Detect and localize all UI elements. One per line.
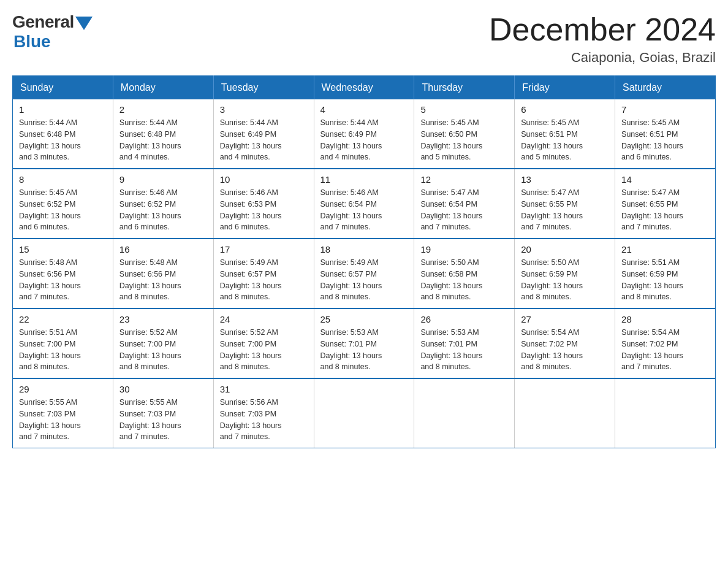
day-info: Sunrise: 5:50 AM Sunset: 6:58 PM Dayligh…: [420, 257, 508, 303]
day-info: Sunrise: 5:45 AM Sunset: 6:52 PM Dayligh…: [19, 187, 107, 233]
header-wednesday: Wednesday: [314, 76, 414, 100]
day-info: Sunrise: 5:48 AM Sunset: 6:56 PM Dayligh…: [119, 257, 207, 303]
logo: General Blue: [12, 12, 93, 52]
day-number: 6: [521, 104, 609, 115]
day-number: 16: [119, 244, 207, 255]
day-cell: 3 Sunrise: 5:44 AM Sunset: 6:49 PM Dayli…: [213, 99, 314, 169]
day-number: 13: [521, 174, 609, 185]
day-number: 28: [621, 314, 709, 324]
day-cell: 5 Sunrise: 5:45 AM Sunset: 6:50 PM Dayli…: [414, 99, 515, 169]
day-cell: 12 Sunrise: 5:47 AM Sunset: 6:54 PM Dayl…: [414, 169, 515, 239]
calendar-title: December 2024: [489, 12, 716, 47]
day-info: Sunrise: 5:45 AM Sunset: 6:51 PM Dayligh…: [621, 117, 709, 163]
day-cell: 27 Sunrise: 5:54 AM Sunset: 7:02 PM Dayl…: [515, 308, 615, 378]
day-number: 11: [320, 174, 408, 185]
calendar-location: Caiaponia, Goias, Brazil: [489, 50, 716, 66]
day-info: Sunrise: 5:54 AM Sunset: 7:02 PM Dayligh…: [521, 327, 609, 373]
day-cell: 13 Sunrise: 5:47 AM Sunset: 6:55 PM Dayl…: [515, 169, 615, 239]
day-cell: [615, 378, 716, 448]
day-cell: 30 Sunrise: 5:55 AM Sunset: 7:03 PM Dayl…: [113, 378, 213, 448]
day-number: 31: [220, 384, 308, 394]
day-info: Sunrise: 5:44 AM Sunset: 6:49 PM Dayligh…: [320, 117, 408, 163]
day-number: 25: [320, 314, 408, 324]
day-number: 29: [19, 384, 107, 394]
day-cell: 25 Sunrise: 5:53 AM Sunset: 7:01 PM Dayl…: [314, 308, 414, 378]
day-cell: 24 Sunrise: 5:52 AM Sunset: 7:00 PM Dayl…: [213, 308, 314, 378]
day-cell: 23 Sunrise: 5:52 AM Sunset: 7:00 PM Dayl…: [113, 308, 213, 378]
header-tuesday: Tuesday: [213, 76, 314, 100]
day-cell: 1 Sunrise: 5:44 AM Sunset: 6:48 PM Dayli…: [13, 99, 113, 169]
day-cell: 7 Sunrise: 5:45 AM Sunset: 6:51 PM Dayli…: [615, 99, 716, 169]
day-cell: 18 Sunrise: 5:49 AM Sunset: 6:57 PM Dayl…: [314, 239, 414, 308]
day-info: Sunrise: 5:53 AM Sunset: 7:01 PM Dayligh…: [420, 327, 508, 373]
day-cell: 15 Sunrise: 5:48 AM Sunset: 6:56 PM Dayl…: [13, 239, 113, 308]
day-info: Sunrise: 5:44 AM Sunset: 6:48 PM Dayligh…: [119, 117, 207, 163]
day-info: Sunrise: 5:45 AM Sunset: 6:51 PM Dayligh…: [521, 117, 609, 163]
day-cell: [414, 378, 515, 448]
day-cell: 19 Sunrise: 5:50 AM Sunset: 6:58 PM Dayl…: [414, 239, 515, 308]
day-number: 27: [521, 314, 609, 324]
day-number: 24: [220, 314, 308, 324]
logo-top: General: [12, 12, 93, 32]
day-info: Sunrise: 5:51 AM Sunset: 7:00 PM Dayligh…: [19, 327, 107, 373]
day-number: 23: [119, 314, 207, 324]
day-number: 1: [19, 104, 107, 115]
day-cell: 28 Sunrise: 5:54 AM Sunset: 7:02 PM Dayl…: [615, 308, 716, 378]
day-cell: 11 Sunrise: 5:46 AM Sunset: 6:54 PM Dayl…: [314, 169, 414, 239]
day-cell: 26 Sunrise: 5:53 AM Sunset: 7:01 PM Dayl…: [414, 308, 515, 378]
day-info: Sunrise: 5:46 AM Sunset: 6:53 PM Dayligh…: [220, 187, 308, 233]
day-info: Sunrise: 5:49 AM Sunset: 6:57 PM Dayligh…: [220, 257, 308, 303]
day-number: 21: [621, 244, 709, 255]
header-saturday: Saturday: [615, 76, 716, 100]
week-row-4: 22 Sunrise: 5:51 AM Sunset: 7:00 PM Dayl…: [13, 308, 716, 378]
day-cell: 14 Sunrise: 5:47 AM Sunset: 6:55 PM Dayl…: [615, 169, 716, 239]
day-info: Sunrise: 5:44 AM Sunset: 6:48 PM Dayligh…: [19, 117, 107, 163]
day-cell: [515, 378, 615, 448]
day-cell: 8 Sunrise: 5:45 AM Sunset: 6:52 PM Dayli…: [13, 169, 113, 239]
day-number: 17: [220, 244, 308, 255]
day-cell: 22 Sunrise: 5:51 AM Sunset: 7:00 PM Dayl…: [13, 308, 113, 378]
title-area: December 2024 Caiaponia, Goias, Brazil: [489, 12, 716, 66]
day-number: 15: [19, 244, 107, 255]
day-number: 2: [119, 104, 207, 115]
page-header: General Blue December 2024 Caiaponia, Go…: [12, 12, 716, 66]
day-info: Sunrise: 5:44 AM Sunset: 6:49 PM Dayligh…: [220, 117, 308, 163]
day-info: Sunrise: 5:46 AM Sunset: 6:54 PM Dayligh…: [320, 187, 408, 233]
day-cell: 21 Sunrise: 5:51 AM Sunset: 6:59 PM Dayl…: [615, 239, 716, 308]
header-monday: Monday: [113, 76, 213, 100]
day-info: Sunrise: 5:55 AM Sunset: 7:03 PM Dayligh…: [119, 397, 207, 443]
day-cell: 16 Sunrise: 5:48 AM Sunset: 6:56 PM Dayl…: [113, 239, 213, 308]
week-row-5: 29 Sunrise: 5:55 AM Sunset: 7:03 PM Dayl…: [13, 378, 716, 448]
day-cell: [314, 378, 414, 448]
day-cell: 20 Sunrise: 5:50 AM Sunset: 6:59 PM Dayl…: [515, 239, 615, 308]
day-number: 26: [420, 314, 508, 324]
header-sunday: Sunday: [13, 76, 113, 100]
day-info: Sunrise: 5:47 AM Sunset: 6:55 PM Dayligh…: [621, 187, 709, 233]
day-cell: 17 Sunrise: 5:49 AM Sunset: 6:57 PM Dayl…: [213, 239, 314, 308]
day-info: Sunrise: 5:53 AM Sunset: 7:01 PM Dayligh…: [320, 327, 408, 373]
day-info: Sunrise: 5:47 AM Sunset: 6:55 PM Dayligh…: [521, 187, 609, 233]
day-info: Sunrise: 5:54 AM Sunset: 7:02 PM Dayligh…: [621, 327, 709, 373]
day-cell: 4 Sunrise: 5:44 AM Sunset: 6:49 PM Dayli…: [314, 99, 414, 169]
day-number: 20: [521, 244, 609, 255]
day-number: 22: [19, 314, 107, 324]
day-number: 18: [320, 244, 408, 255]
header-thursday: Thursday: [414, 76, 515, 100]
day-cell: 6 Sunrise: 5:45 AM Sunset: 6:51 PM Dayli…: [515, 99, 615, 169]
day-info: Sunrise: 5:49 AM Sunset: 6:57 PM Dayligh…: [320, 257, 408, 303]
day-info: Sunrise: 5:48 AM Sunset: 6:56 PM Dayligh…: [19, 257, 107, 303]
logo-general-text: General: [12, 12, 74, 32]
day-info: Sunrise: 5:45 AM Sunset: 6:50 PM Dayligh…: [420, 117, 508, 163]
day-info: Sunrise: 5:50 AM Sunset: 6:59 PM Dayligh…: [521, 257, 609, 303]
header-row: SundayMondayTuesdayWednesdayThursdayFrid…: [13, 76, 716, 100]
calendar-table: SundayMondayTuesdayWednesdayThursdayFrid…: [12, 75, 716, 448]
day-number: 30: [119, 384, 207, 394]
day-cell: 10 Sunrise: 5:46 AM Sunset: 6:53 PM Dayl…: [213, 169, 314, 239]
calendar-body: 1 Sunrise: 5:44 AM Sunset: 6:48 PM Dayli…: [13, 99, 716, 448]
day-number: 19: [420, 244, 508, 255]
day-number: 10: [220, 174, 308, 185]
day-info: Sunrise: 5:51 AM Sunset: 6:59 PM Dayligh…: [621, 257, 709, 303]
logo-triangle-icon: [75, 17, 93, 30]
week-row-3: 15 Sunrise: 5:48 AM Sunset: 6:56 PM Dayl…: [13, 239, 716, 308]
day-cell: 31 Sunrise: 5:56 AM Sunset: 7:03 PM Dayl…: [213, 378, 314, 448]
